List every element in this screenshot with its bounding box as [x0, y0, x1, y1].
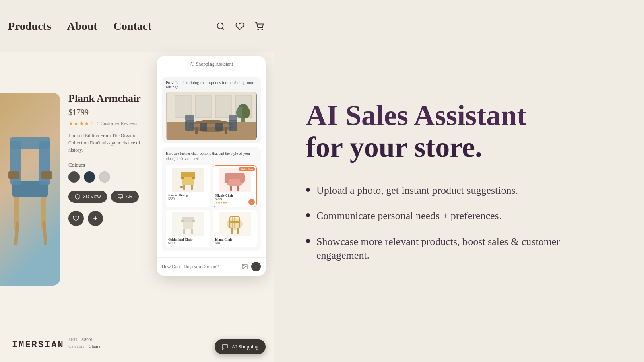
btn-3d-view[interactable]: 3D View	[68, 191, 107, 203]
headline-line1: AI Sales Assistant	[306, 100, 612, 132]
svg-rect-14	[118, 195, 123, 198]
svg-point-0	[217, 23, 223, 29]
btn-wishlist[interactable]	[68, 211, 84, 226]
highlight-badge: Highly Chair	[239, 167, 255, 171]
svg-rect-9	[41, 171, 52, 179]
bullet-2	[306, 213, 310, 217]
gelderland-chair-name: Gelderland Chair	[168, 238, 208, 241]
product-card-gelderland[interactable]: Gelderland Chair $639	[166, 210, 210, 247]
wishlist-icon[interactable]	[233, 20, 246, 33]
gelderland-chair-price: $639	[168, 241, 208, 245]
svg-rect-52	[225, 173, 245, 179]
nav-about[interactable]: About	[67, 20, 97, 33]
modal-body: Provide other dining chair options for t…	[157, 72, 266, 257]
product-card-island[interactable]: Island Chair $189	[213, 210, 257, 247]
stars: ★★★★☆	[68, 120, 95, 127]
nordic-chair-price: $589	[168, 197, 208, 201]
chair-image-area	[0, 93, 60, 286]
svg-rect-61	[192, 220, 195, 222]
product-card-highly[interactable]: Highly Chair	[213, 165, 257, 207]
svg-rect-73	[231, 228, 233, 234]
highly-chair-name: Highly Chair	[215, 194, 254, 197]
feature-text-1: Upload a photo, get instant product sugg…	[316, 184, 518, 197]
sku-label: SKU	[68, 337, 77, 342]
nordic-chair-name: Nordic Dining	[168, 193, 208, 197]
svg-point-47	[180, 186, 183, 188]
image-upload-icon[interactable]	[242, 263, 248, 270]
feature-text-2: Communicate personal needs + preferences…	[316, 209, 502, 223]
svg-rect-59	[191, 229, 193, 234]
svg-rect-31	[185, 115, 194, 121]
feature-item-1: Upload a photo, get instant product sugg…	[306, 184, 612, 197]
nordic-chair-img	[168, 168, 208, 192]
room-image	[166, 92, 257, 140]
chat-input[interactable]	[162, 264, 238, 269]
arrow-btn[interactable]: ›	[248, 199, 255, 205]
svg-rect-42	[181, 172, 195, 177]
svg-rect-74	[237, 228, 239, 234]
ai-shopping-label: AI Shopping	[231, 343, 258, 350]
svg-rect-53	[230, 186, 232, 191]
navbar: Products About Contact	[0, 0, 274, 52]
svg-line-1	[222, 28, 224, 29]
chat-send-btn[interactable]: ›	[251, 262, 261, 272]
bullet-3	[306, 239, 310, 243]
bullet-1	[306, 188, 310, 192]
category-value: Chairs	[89, 343, 100, 348]
modal-header: AI Shopping Assistant	[157, 56, 266, 72]
ai-shopping-button[interactable]: AI Shopping	[215, 339, 266, 354]
island-chair-price: $189	[215, 241, 254, 245]
swatch-charcoal[interactable]	[84, 171, 95, 183]
ai-chat-modal: AI Shopping Assistant Provide other dini…	[157, 56, 266, 276]
modal-footer: ›	[157, 257, 266, 276]
highly-chair-img	[215, 168, 254, 192]
svg-rect-32	[229, 120, 237, 131]
svg-rect-58	[183, 229, 185, 234]
search-icon[interactable]	[214, 20, 227, 33]
sku-info: SKU SS001 Category Chairs	[68, 337, 100, 350]
category-label: Category	[68, 343, 85, 348]
headline-line2: for your store.	[306, 132, 612, 163]
svg-rect-27	[189, 124, 233, 127]
svg-rect-30	[185, 120, 194, 131]
nav-contact[interactable]: Contact	[114, 20, 152, 33]
island-chair-name: Island Chair	[215, 238, 254, 241]
sku-value: SS001	[81, 337, 93, 342]
svg-point-3	[262, 29, 262, 30]
nav-products[interactable]: Products	[8, 20, 51, 33]
svg-point-76	[244, 265, 244, 266]
product-card-nordic[interactable]: Nordic Dining $589	[166, 165, 210, 207]
svg-rect-33	[229, 115, 237, 121]
svg-rect-44	[192, 177, 195, 179]
headline: AI Sales Assistant for your store.	[306, 100, 612, 163]
btn-add[interactable]	[88, 211, 103, 226]
product-grid: Nordic Dining $589 Highly Chair	[166, 165, 257, 247]
features-list: Upload a photo, get instant product sugg…	[306, 184, 612, 262]
svg-rect-24	[215, 96, 231, 118]
svg-rect-28	[195, 127, 198, 134]
swatch-dark[interactable]	[68, 171, 80, 183]
svg-point-39	[242, 107, 250, 118]
svg-rect-34	[200, 123, 207, 131]
feature-text-3: Showcase more relevant products, boost s…	[316, 235, 612, 262]
btn-ar-view[interactable]: AR	[111, 191, 139, 203]
svg-rect-54	[237, 186, 239, 191]
ai-response-text: Here are further chair options that suit…	[166, 151, 257, 162]
reviews-text: 5 Customer Reviews	[97, 121, 137, 127]
user-message-text: Provide other dining chair options for t…	[166, 80, 257, 89]
swatch-light[interactable]	[99, 171, 110, 183]
gelderland-chair-img	[168, 212, 208, 236]
svg-rect-43	[181, 177, 184, 179]
chair-svg	[4, 101, 56, 269]
svg-rect-7	[10, 137, 50, 149]
logo: IMERSIAN	[12, 340, 64, 350]
svg-rect-8	[8, 171, 19, 179]
svg-rect-29	[225, 127, 227, 134]
svg-rect-46	[191, 185, 193, 190]
svg-rect-22	[175, 96, 191, 118]
cart-icon[interactable]	[253, 20, 266, 33]
feature-item-2: Communicate personal needs + preferences…	[306, 209, 612, 223]
svg-rect-35	[215, 123, 223, 131]
island-chair-img	[215, 212, 254, 236]
product-description: Limited Edition From The Organic Collect…	[68, 132, 141, 154]
